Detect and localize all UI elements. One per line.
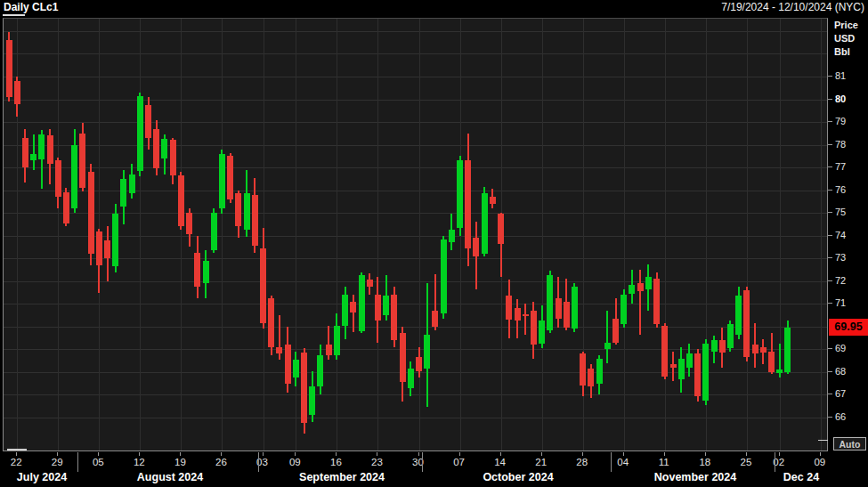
week-gridline (747, 19, 748, 450)
candle-body (612, 319, 619, 343)
date-tick-mark (664, 452, 665, 456)
candle-body (186, 213, 192, 234)
date-tick-mark (705, 452, 706, 456)
month-label: October 2024 (456, 471, 580, 483)
date-tick-mark (98, 452, 99, 456)
price-gridline (4, 258, 827, 259)
last-price-badge: 69.95 (829, 319, 868, 336)
month-label: July 2024 (0, 471, 104, 483)
candle-body (293, 360, 299, 377)
date-tick-label: 09 (281, 457, 308, 467)
date-tick-label: 22 (3, 457, 29, 467)
candle-body (104, 240, 110, 258)
candle-body (531, 311, 537, 345)
chart-title: Daily CLc1 (4, 1, 58, 13)
price-tick-label: 81 (835, 70, 846, 81)
candle-body (112, 214, 118, 266)
date-axis[interactable]: 2229051219260309162330071421280411182502… (0, 452, 868, 487)
candle-wick (606, 311, 608, 363)
date-tick-mark (139, 452, 140, 456)
date-tick-mark (263, 452, 264, 456)
axis-handle-top-left[interactable] (3, 14, 25, 16)
candle-body (211, 213, 217, 250)
axis-handle-bottom-left[interactable] (7, 449, 27, 450)
date-tick-mark (57, 452, 58, 456)
week-gridline (665, 19, 666, 450)
date-tick-label: 04 (610, 457, 637, 467)
candle-body (473, 238, 479, 256)
candle-body (432, 311, 438, 327)
date-tick-mark (377, 452, 377, 456)
date-range-label: 7/19/2024 - 12/10/2024 (NYC) (721, 1, 864, 13)
price-gridline (4, 77, 827, 77)
candle-body (694, 353, 701, 395)
price-tick-label: 72 (835, 275, 846, 286)
price-tick-label: 77 (835, 161, 846, 172)
candle-body (604, 343, 611, 350)
candle-body (661, 326, 668, 377)
month-separator (77, 452, 78, 472)
candle-body (55, 160, 61, 197)
week-gridline (377, 19, 378, 450)
price-tick-label: 68 (835, 366, 846, 377)
price-tick-mark (828, 371, 832, 372)
candle-body (260, 248, 266, 323)
week-gridline (542, 19, 543, 450)
candle-body (244, 193, 250, 230)
candle-body (408, 369, 414, 388)
candle-body (506, 296, 512, 320)
date-tick-mark (623, 452, 624, 456)
price-tick-mark (828, 394, 832, 394)
candle-body (342, 295, 348, 325)
candle-body (71, 145, 77, 208)
price-gridline (4, 167, 827, 168)
price-axis[interactable]: Price USD Bbl 81807978777675747372716968… (828, 15, 868, 456)
date-tick-label: 26 (207, 457, 234, 467)
date-tick-mark (221, 452, 222, 456)
price-gridline (4, 236, 827, 237)
candlestick-plot-area[interactable] (3, 18, 828, 451)
candle-body (88, 172, 94, 254)
candle-body (30, 154, 37, 161)
week-gridline (140, 19, 141, 450)
price-tick-mark (828, 257, 832, 258)
price-tick-label: 73 (835, 252, 846, 263)
candle-body (227, 156, 233, 199)
price-tick-mark (828, 144, 832, 145)
date-tick-label: 03 (249, 457, 276, 467)
date-tick-mark (180, 452, 181, 456)
date-tick-mark (295, 452, 296, 456)
candle-body (268, 298, 274, 347)
candle-body (276, 347, 282, 354)
price-gridline (4, 31, 827, 32)
auto-scale-button[interactable]: Auto (833, 437, 866, 450)
month-separator (422, 452, 423, 472)
date-tick-label: 19 (166, 457, 193, 467)
month-label: August 2024 (108, 471, 232, 483)
terminal-chart-window: { "header": { "title": "Daily CLc1", "da… (0, 0, 868, 487)
date-tick-label: 18 (692, 457, 718, 467)
candle-body (637, 283, 644, 291)
price-gridline (4, 145, 827, 146)
date-tick-label: 29 (44, 457, 70, 467)
candle-body (63, 192, 69, 223)
price-gridline (4, 53, 827, 54)
date-tick-mark (541, 452, 542, 456)
candle-wick (524, 304, 526, 334)
price-tick-mark (828, 235, 832, 236)
axis-unit-bbl: Bbl (834, 46, 850, 57)
date-tick-label: 09 (807, 457, 833, 467)
header-bar: Daily CLc1 7/19/2024 - 12/10/2024 (NYC) (0, 0, 868, 15)
candle-body (465, 160, 471, 248)
candle-body (194, 253, 200, 287)
price-tick-label: 76 (835, 184, 846, 195)
price-tick-mark (828, 212, 832, 213)
month-label: September 2024 (280, 471, 404, 483)
candle-body (621, 295, 627, 324)
price-tick-label: 75 (835, 207, 846, 217)
price-tick-mark (828, 166, 832, 167)
candle-body (47, 135, 53, 164)
candle-body (375, 295, 381, 321)
candle-body (367, 280, 373, 287)
date-tick-mark (459, 452, 460, 456)
